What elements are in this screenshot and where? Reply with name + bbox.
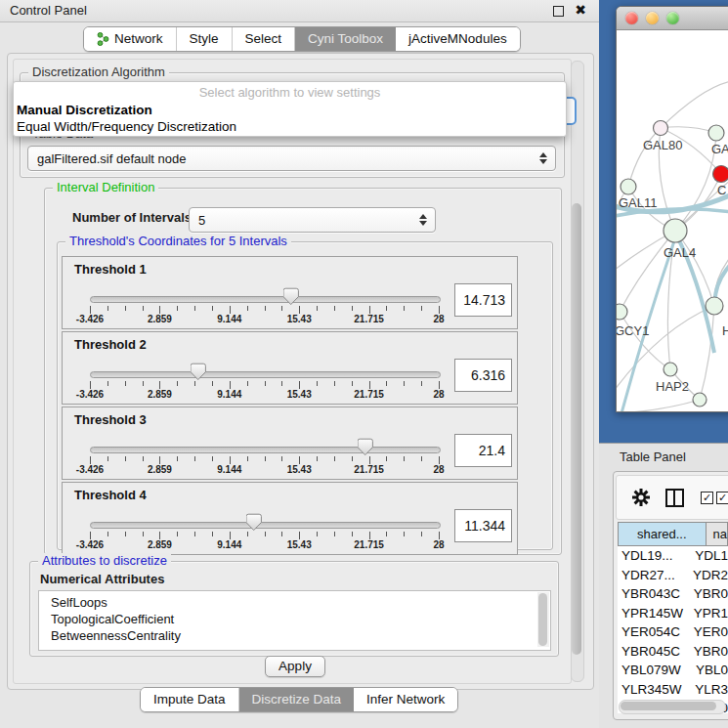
threshold-panel: Threshold 4 -3.4262.8599.14415.4321.7152…: [62, 482, 518, 555]
attribute-list-item[interactable]: BetweennessCentrality: [39, 627, 550, 644]
combo-stepper-icon[interactable]: [536, 152, 550, 164]
tab-discretize-data[interactable]: Discretize Data: [239, 688, 355, 711]
threshold-slider-track[interactable]: [90, 447, 441, 453]
apply-button[interactable]: Apply: [265, 656, 325, 677]
node-label: GA: [711, 142, 728, 156]
tab-style[interactable]: Style: [177, 27, 233, 51]
node-label: H: [722, 323, 728, 338]
threshold-value-field[interactable]: 11.344: [454, 509, 512, 542]
network-node-hap2[interactable]: [664, 363, 677, 376]
threshold-slider-thumb[interactable]: [191, 363, 207, 381]
numerical-attributes-label: Numerical Attributes: [40, 572, 164, 586]
scrollbar-thumb[interactable]: [538, 593, 547, 646]
network-node[interactable]: [693, 393, 707, 407]
combo-stepper-icon[interactable]: [416, 214, 430, 226]
gear-icon[interactable]: [632, 489, 650, 506]
list-scrollbar[interactable]: [537, 592, 549, 647]
float-window-icon[interactable]: [553, 6, 564, 17]
control-panel-titlebar[interactable]: Control Panel ✖: [0, 0, 599, 22]
network-node-gal80[interactable]: [654, 121, 668, 136]
algorithm-hint-option[interactable]: Select algorithm to view settings: [14, 82, 566, 102]
threshold-slider-thumb[interactable]: [246, 513, 263, 532]
table-panel-title: Table Panel: [620, 450, 686, 464]
threshold-label: Threshold 2: [74, 337, 147, 352]
threshold-slider-thumb[interactable]: [283, 287, 300, 306]
table-row[interactable]: YBL079W YBL0: [618, 661, 728, 680]
tab-network[interactable]: Network: [84, 27, 177, 51]
network-view-window[interactable]: GAL80GACGAL11GAL4GCY1HHAP2: [616, 6, 728, 412]
algorithm-dropdown-popup: Select algorithm to view settings Manual…: [13, 81, 567, 137]
table-data-group: Table Data galFiltered.sif default node: [20, 134, 565, 178]
threshold-value-field[interactable]: 21.4: [454, 434, 512, 467]
node-label: GCY1: [617, 323, 649, 338]
threshold-slider-track[interactable]: [90, 296, 441, 303]
close-traffic-icon[interactable]: [625, 12, 638, 24]
tab-impute-data[interactable]: Impute Data: [141, 688, 239, 711]
table-row[interactable]: YLR345W YLR3: [618, 680, 728, 700]
network-node-c[interactable]: [713, 166, 728, 183]
network-window-titlebar[interactable]: [617, 7, 728, 30]
number-of-intervals-combo[interactable]: 5: [189, 207, 436, 233]
scrollbar-thumb[interactable]: [621, 702, 716, 710]
slider-tick-labels: -3.4262.8599.14415.4321.71528: [90, 539, 439, 551]
table-row[interactable]: YPR145W YPR1: [618, 604, 728, 623]
table-header-row[interactable]: shared... na: [618, 522, 728, 546]
table-row[interactable]: YER054C YER0: [618, 622, 728, 642]
tab-cyni-toolbox[interactable]: Cyni Toolbox: [295, 27, 396, 51]
tab-jactivemnodules[interactable]: jActiveMNodules: [396, 27, 520, 51]
threshold-list: Threshold 1 -3.4262.8599.14415.4321.7152…: [62, 256, 518, 557]
threshold-value-field[interactable]: 6.316: [454, 359, 512, 392]
attribute-list-item[interactable]: TopologicalCoefficient: [39, 611, 550, 627]
checkbox-icon[interactable]: ✓: [716, 492, 728, 504]
node-attribute-table[interactable]: shared... na YDL19... YDL1 YDR27... YDR2…: [618, 522, 728, 713]
table-horizontal-scrollbar[interactable]: [619, 700, 726, 714]
column-header-shared-name[interactable]: shared...: [619, 523, 707, 545]
scrollbar-thumb[interactable]: [572, 203, 581, 655]
threshold-slider-track[interactable]: [90, 522, 441, 529]
column-header-name[interactable]: na: [707, 523, 727, 545]
threshold-slider-track[interactable]: [90, 371, 441, 378]
slider-tick-labels: -3.4262.8599.14415.4321.71528: [90, 314, 439, 325]
control-panel-title: Control Panel: [10, 3, 87, 18]
app-root: GAL80GACGAL11GAL4GCY1HHAP2 Table Panel ✓…: [0, 0, 728, 728]
network-node-gcy1[interactable]: [617, 304, 627, 320]
tab-select[interactable]: Select: [233, 27, 296, 51]
table-row[interactable]: YBR045C YBR0: [618, 642, 728, 662]
network-node-gal4[interactable]: [664, 219, 687, 242]
close-icon[interactable]: ✖: [575, 2, 586, 18]
network-node-h[interactable]: [706, 297, 723, 315]
algorithm-option-manual[interactable]: Manual Discretization: [14, 102, 566, 118]
table-data-combo[interactable]: galFiltered.sif default node: [27, 146, 556, 171]
attribute-list-item[interactable]: SelfLoops: [39, 594, 550, 611]
algorithm-option-equal-width[interactable]: Equal Width/Frequency Discretization: [14, 118, 566, 135]
threshold-panel: Threshold 1 -3.4262.8599.14415.4321.7152…: [62, 256, 518, 329]
slider-tick-labels: -3.4262.8599.14415.4321.71528: [90, 389, 439, 401]
threshold-slider-thumb[interactable]: [358, 438, 374, 456]
node-label: GAL4: [664, 245, 696, 260]
network-node-gal11[interactable]: [621, 179, 636, 194]
numerical-attributes-list[interactable]: SelfLoopsTopologicalCoefficientBetweenne…: [38, 590, 551, 651]
interval-definition-group: Interval Definition Number of Intervals …: [44, 188, 562, 555]
settings-vertical-scrollbar[interactable]: [571, 61, 584, 682]
table-row[interactable]: YDR27... YDR2: [618, 566, 728, 585]
table-row[interactable]: YBR043C YBR0: [618, 584, 728, 604]
number-of-intervals-value: 5: [190, 213, 416, 228]
minimize-traffic-icon[interactable]: [646, 12, 659, 24]
network-canvas[interactable]: GAL80GACGAL11GAL4GCY1HHAP2: [617, 30, 728, 412]
threshold-value-field[interactable]: 14.713: [454, 283, 512, 317]
zoom-traffic-icon[interactable]: [666, 12, 679, 24]
tab-infer-network[interactable]: Infer Network: [354, 688, 457, 711]
top-tab-bar: NetworkStyleSelectCyni ToolboxjActiveMNo…: [83, 26, 521, 52]
discretization-algorithm-group-title: Discretization Algorithm: [28, 64, 169, 79]
threshold-label: Threshold 3: [74, 412, 147, 427]
threshold-panel: Threshold 2 -3.4262.8599.14415.4321.7152…: [62, 331, 518, 405]
column-layout-icon[interactable]: [665, 489, 684, 507]
table-row[interactable]: YDL19... YDL1: [618, 546, 728, 566]
bottom-tab-bar: Impute DataDiscretize DataInfer Network: [140, 687, 458, 712]
interval-definition-title: Interval Definition: [53, 180, 158, 194]
table-data-combo-value: galFiltered.sif default node: [28, 151, 536, 166]
table-panel-toolbar: ✓ ✓: [616, 475, 728, 520]
checkbox-icon[interactable]: ✓: [701, 492, 713, 504]
network-node-ga[interactable]: [708, 125, 724, 141]
node-label: GAL80: [643, 138, 682, 152]
